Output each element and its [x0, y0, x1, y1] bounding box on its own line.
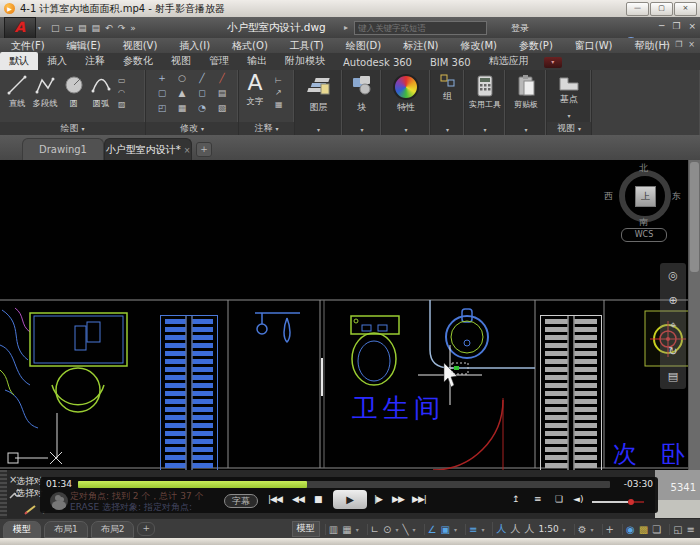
menu-draw[interactable]: 绘图(D) — [335, 39, 393, 53]
share-icon[interactable]: ↥ — [512, 494, 519, 504]
ribbon-tab-annotate[interactable]: 注释 — [76, 52, 114, 70]
nav-wheel-icon[interactable]: ◎ — [668, 269, 678, 282]
undo-icon[interactable]: ↶ — [105, 23, 113, 33]
ribbon-tab-manage[interactable]: 管理 — [200, 52, 238, 70]
next-button[interactable]: ▶▶| — [412, 494, 426, 504]
frame-step-button[interactable]: |▶ — [374, 494, 382, 504]
acad-titlebar[interactable]: A ▾ □ ▭ ▤ ▤ ↶ ↷ » 小户型室内设计.dwg ▸ 登录 ▾ X △… — [0, 17, 700, 38]
ribbon-tab-addins[interactable]: 附加模块 — [276, 52, 334, 70]
fillet-icon[interactable]: ◻ — [198, 88, 205, 103]
ribbon-tab-output[interactable]: 输出 — [238, 52, 276, 70]
polyline-tool-button[interactable]: 多段线 — [31, 74, 59, 110]
model-space-button[interactable]: 模型 — [292, 521, 320, 537]
object-snap-icon[interactable]: ▣ — [441, 524, 450, 535]
polar-tracking-icon[interactable]: ⊙ — [383, 524, 391, 535]
text-tool-button[interactable]: A 文字 — [242, 72, 268, 108]
isodraft-icon[interactable]: ∠ — [428, 524, 437, 535]
ribbon-tab-autodesk360[interactable]: Autodesk 360 — [334, 55, 421, 70]
panel-draw-title[interactable]: 绘图 ▾ — [0, 122, 145, 135]
minimize-button[interactable]: — — [626, 2, 649, 16]
menu-file[interactable]: 文件(F) — [0, 39, 56, 53]
previous-button[interactable]: |◀◀ — [268, 494, 282, 504]
motion-icon[interactable]: ▤ — [668, 370, 678, 383]
menu-view[interactable]: 视图(V) — [112, 39, 169, 53]
ribbon-tab-home[interactable]: 默认 — [0, 52, 38, 70]
rectangle-icon[interactable]: ▭ — [118, 76, 126, 85]
snap-mode-icon[interactable]: ▦ — [342, 524, 351, 535]
play-button[interactable]: ▶ — [333, 490, 367, 509]
vertical-scrollbar[interactable] — [688, 160, 700, 470]
ribbon-tab-featured[interactable]: 精选应用 — [480, 52, 538, 70]
palette-grip[interactable] — [0, 470, 7, 518]
panel-view-title[interactable]: 视图 ▾ — [547, 122, 591, 135]
explode-icon[interactable]: ▧ — [218, 103, 227, 118]
new-tab-button[interactable]: + — [196, 142, 212, 157]
screen-mode-icon[interactable]: ❏ — [555, 494, 562, 504]
search-arrow-icon[interactable]: ▸ — [344, 23, 348, 32]
annotation-scale-value[interactable]: 1:50 — [538, 524, 558, 534]
viewcube-north[interactable]: 北 — [639, 162, 648, 175]
hatch-icon[interactable]: ▨ — [118, 100, 126, 109]
signin-link[interactable]: 登录 — [511, 22, 529, 35]
grid-display-icon[interactable]: ▥ — [329, 524, 338, 535]
table-icon[interactable]: ▦ — [275, 100, 283, 109]
acad-close-icon[interactable]: × — [688, 21, 696, 31]
new-layout-button[interactable]: + — [137, 522, 155, 536]
redo-icon[interactable]: ↷ — [118, 23, 126, 33]
erase-icon[interactable]: ╱ — [219, 73, 224, 88]
file-tab-active[interactable]: 小户型室内设计*× — [104, 138, 192, 161]
autoscale-icon[interactable]: 人 — [510, 522, 520, 536]
menu-window[interactable]: 窗口(W) — [564, 39, 624, 53]
panel-layers[interactable]: 图层 ▾ — [295, 70, 343, 135]
close-button[interactable]: × — [674, 2, 697, 16]
logo-dropdown-icon[interactable]: ▾ — [38, 24, 41, 31]
line-tool-button[interactable]: 直线 — [3, 74, 31, 110]
trim-icon[interactable]: ╱ — [199, 73, 204, 88]
maximize-button[interactable]: ▢ — [650, 2, 673, 16]
ribbon-tab-insert[interactable]: 插入 — [38, 52, 76, 70]
layout-tab-layout2[interactable]: 布局2 — [91, 521, 135, 538]
qat-more-icon[interactable]: » — [130, 23, 136, 33]
clean-screen-icon[interactable]: ❏ — [652, 524, 661, 535]
layout-tab-layout1[interactable]: 布局1 — [44, 521, 88, 538]
stretch-icon[interactable]: ◰ — [158, 103, 167, 118]
volume-slider[interactable] — [592, 501, 628, 503]
viewcube-top-face[interactable]: 上 — [635, 186, 656, 207]
array-icon[interactable]: ◔ — [198, 103, 206, 118]
drawing-canvas[interactable]: 卫生间 次 卧 — [0, 160, 700, 470]
avatar[interactable] — [50, 492, 68, 510]
scrollbar-thumb[interactable] — [690, 162, 699, 272]
pan-icon[interactable]: ⊕ — [668, 294, 677, 307]
layout-tab-model[interactable]: 模型 — [3, 521, 41, 538]
new-icon[interactable]: □ — [51, 23, 60, 33]
panel-block[interactable]: 块 ▾ — [343, 70, 382, 135]
subtitle-button[interactable]: 字幕 — [224, 494, 258, 508]
mirror-icon[interactable]: ▲ — [179, 88, 186, 103]
fullscreen-icon[interactable]: ◱ — [673, 524, 682, 535]
ribbon-tab-view[interactable]: 视图 — [162, 52, 200, 70]
stop-button[interactable]: ■ — [314, 494, 322, 504]
menu-modify[interactable]: 修改(M) — [450, 39, 508, 53]
playlist-icon[interactable]: ≡ — [534, 494, 541, 504]
offset-icon[interactable]: ▤ — [218, 88, 227, 103]
ellipse-icon[interactable]: ◠ — [118, 88, 126, 97]
hardware-accel-icon[interactable]: ◉ — [626, 524, 635, 535]
menu-edit[interactable]: 编辑(E) — [56, 39, 112, 53]
copy-icon[interactable]: ▢ — [158, 88, 167, 103]
rewind-button[interactable]: ◀◀ — [292, 494, 304, 504]
dimension-icon[interactable]: ⊢ — [275, 76, 283, 85]
workspace-gear-icon[interactable]: ⚙ — [578, 524, 587, 535]
menu-tools[interactable]: 工具(T) — [279, 39, 335, 53]
panel-group[interactable]: 组 ▾ — [431, 70, 465, 135]
saveas-icon[interactable]: ▤ — [92, 23, 101, 33]
ribbon-tab-parametric[interactable]: 参数化 — [114, 52, 162, 70]
lineweight-icon[interactable]: ≡ — [469, 524, 477, 535]
doc-restore-icon[interactable]: ❐ — [675, 40, 682, 49]
viewcube-east[interactable]: 东 — [672, 190, 681, 203]
panel-clipboard[interactable]: 剪贴板 ▾ — [506, 70, 547, 135]
ribbon-tab-bim360[interactable]: BIM 360 — [421, 55, 480, 70]
tab-close-icon[interactable]: × — [184, 146, 191, 155]
panel-annotate-title[interactable]: 注释 ▾ — [239, 122, 294, 135]
fast-forward-button[interactable]: ▶▶ — [392, 494, 404, 504]
leader-icon[interactable]: ↗ — [275, 88, 283, 97]
